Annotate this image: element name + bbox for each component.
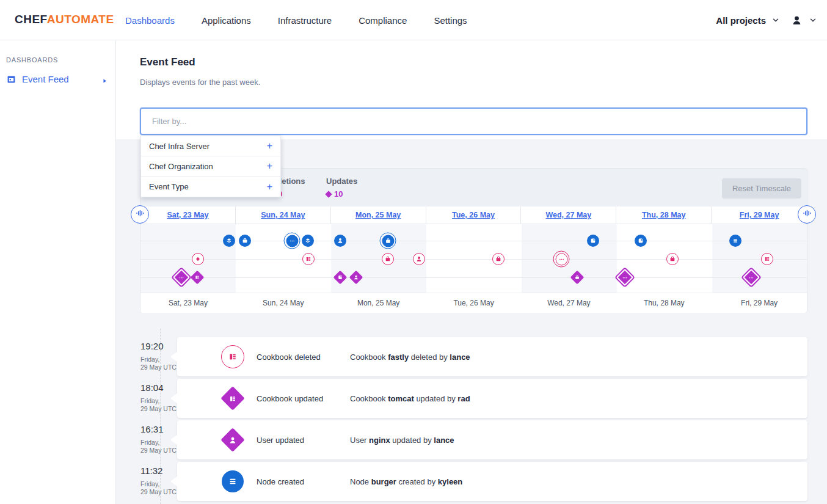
event-title: Cookbook deleted: [257, 352, 321, 362]
page-subtitle: Displays events for the past week.: [140, 78, 260, 87]
event-marker-delete-bag[interactable]: [666, 253, 679, 265]
event-marker-update-dots[interactable]: [175, 271, 188, 283]
day-link-3[interactable]: Tue, 26 May: [452, 211, 495, 219]
event-marker-create-bag[interactable]: [239, 235, 251, 247]
slider-grip-icon: [802, 208, 812, 221]
day-link-4[interactable]: Wed, 27 May: [545, 211, 591, 219]
event-marker-create-layers[interactable]: [223, 235, 235, 247]
wave-icon: [135, 208, 145, 218]
event-marker-create-dots[interactable]: [284, 233, 301, 249]
timeline-column: [236, 224, 331, 293]
list-icon: [227, 476, 238, 487]
day-header-cell: Fri, 29 May: [712, 206, 807, 224]
nav-item-infrastructure[interactable]: Infrastructure: [278, 15, 332, 26]
event-marker-delete-diamond[interactable]: [192, 253, 204, 265]
event-marker-create-node[interactable]: [587, 235, 599, 247]
event-marker-delete-cookbook[interactable]: [302, 253, 315, 265]
event-marker-delete-cookbook[interactable]: [761, 253, 773, 265]
nav-item-dashboards[interactable]: Dashboards: [125, 15, 175, 26]
triangle-right-icon[interactable]: [101, 76, 108, 82]
user-icon: [337, 237, 344, 244]
cookbook-icon: [228, 394, 238, 403]
page-title: Event Feed: [140, 56, 195, 68]
day-header-cell: Wed, 27 May: [521, 206, 616, 224]
event-marker-delete-bag[interactable]: [382, 253, 394, 265]
event-card[interactable]: User updatedUser nginx updated by lance: [177, 420, 807, 459]
diamond-icon: [194, 255, 202, 263]
chevron-down-icon[interactable]: [771, 16, 780, 24]
day-link-6[interactable]: Fri, 29 May: [740, 211, 779, 219]
bag-icon: [241, 237, 249, 244]
chef-automate-app: CHEFAUTOMATE DashboardsApplicationsInfra…: [0, 0, 827, 504]
event-title: User updated: [257, 436, 304, 445]
dots-icon: [558, 255, 565, 263]
event-marker-delete-dots[interactable]: [553, 251, 570, 268]
chevron-down-icon[interactable]: [809, 16, 817, 24]
nav-item-settings[interactable]: Settings: [434, 15, 467, 26]
event-marker-create-node[interactable]: [635, 235, 647, 247]
event-card[interactable]: Node createdNode burger created by kylee…: [177, 462, 807, 501]
project-selector[interactable]: All projects: [716, 15, 766, 26]
day-axis-label: Sun, 24 May: [236, 293, 331, 313]
event-marker-update-user[interactable]: [351, 272, 361, 282]
filter-input[interactable]: [140, 108, 807, 135]
cookbook-icon: [227, 351, 238, 362]
plus-icon[interactable]: +: [267, 161, 272, 172]
reset-timescale-button[interactable]: Reset Timescale: [722, 178, 801, 199]
day-header-cell: Sat, 23 May: [140, 206, 236, 224]
bag-icon: [669, 255, 676, 263]
timeline-column: [331, 224, 426, 293]
bag-icon: [495, 255, 502, 263]
timeline-body: [140, 224, 807, 293]
sidebar-item-event-feed[interactable]: Event Feed: [6, 74, 115, 84]
stat-label: Updates: [326, 177, 357, 186]
timeline-column: [712, 224, 807, 293]
nav-item-compliance[interactable]: Compliance: [359, 15, 407, 26]
event-marker-update-dots[interactable]: [619, 271, 631, 283]
dropdown-item-label: Event Type: [149, 182, 189, 191]
plus-icon[interactable]: +: [267, 141, 272, 152]
header-right-cluster: All projects: [716, 0, 817, 40]
event-marker-delete-user[interactable]: [413, 253, 425, 265]
event-marker-update-cookbook[interactable]: [192, 272, 202, 282]
event-marker-create-user[interactable]: [334, 235, 346, 247]
layers-icon: [225, 237, 233, 244]
logo-chef-text: CHEF: [15, 13, 47, 26]
dots-icon: [748, 274, 755, 281]
event-marker-update-dots[interactable]: [745, 271, 757, 283]
day-header-cell: Sun, 24 May: [236, 206, 331, 224]
event-marker-update-bag[interactable]: [572, 272, 582, 282]
chef-automate-logo[interactable]: CHEFAUTOMATE: [15, 13, 114, 26]
user-icon: [415, 255, 423, 263]
day-axis-label: Tue, 26 May: [426, 293, 522, 313]
day-link-2[interactable]: Mon, 25 May: [355, 211, 401, 219]
day-link-5[interactable]: Thu, 28 May: [642, 211, 686, 219]
calendar-icon: [6, 74, 16, 84]
event-marker-create-list[interactable]: [729, 235, 741, 247]
dropdown-item-chef-organization[interactable]: Chef Organization+: [141, 156, 280, 177]
day-link-0[interactable]: Sat, 23 May: [167, 211, 208, 219]
dropdown-item-chef-infra-server[interactable]: Chef Infra Server+: [141, 136, 280, 156]
event-card[interactable]: Cookbook updatedCookbook tomcat updated …: [177, 379, 807, 418]
event-title: Cookbook updated: [257, 394, 323, 403]
event-card[interactable]: Cookbook deletedCookbook fastly deleted …: [177, 337, 807, 376]
event-marker-delete-bag[interactable]: [492, 253, 505, 265]
plus-icon[interactable]: +: [267, 181, 272, 192]
user-avatar-icon[interactable]: [790, 14, 803, 27]
event-description: Cookbook fastly deleted by lance: [350, 352, 470, 362]
dropdown-item-event-type[interactable]: Event Type+: [141, 177, 280, 197]
day-header-cell: Tue, 26 May: [426, 206, 522, 224]
nav-item-applications[interactable]: Applications: [202, 15, 251, 26]
chevron-icon: [771, 16, 780, 24]
day-header-cell: Mon, 25 May: [331, 206, 426, 224]
stat-count: 10: [334, 189, 343, 199]
timescale-handle-right[interactable]: [798, 205, 816, 224]
wave-icon: [802, 208, 812, 218]
event-marker-update-node[interactable]: [335, 272, 345, 282]
day-link-1[interactable]: Sun, 24 May: [261, 211, 305, 219]
timescale-handle-left[interactable]: [131, 205, 149, 224]
event-marker-create-layers[interactable]: [302, 235, 314, 247]
sidebar-section-label: DASHBOARDS: [6, 56, 115, 64]
event-marker-create-bag[interactable]: [380, 233, 396, 249]
node-icon: [337, 274, 343, 280]
